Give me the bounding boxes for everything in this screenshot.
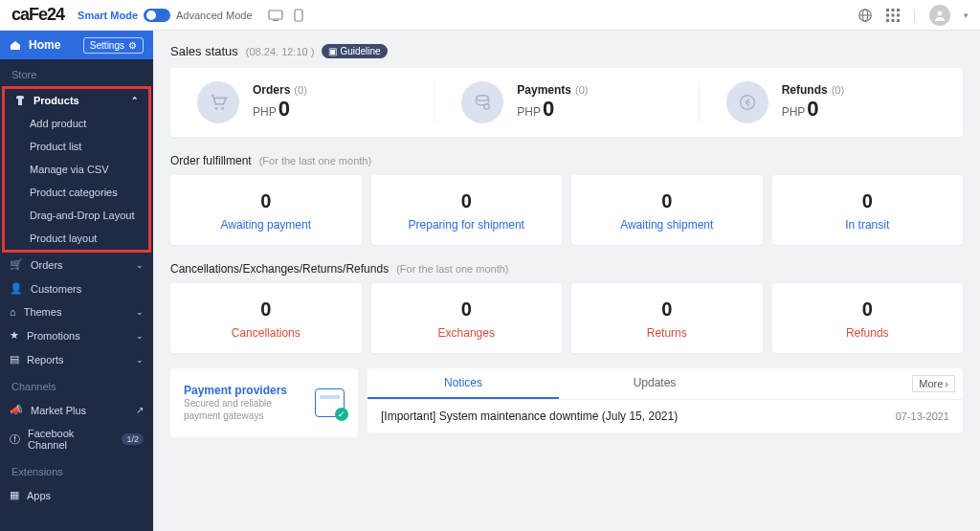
payment-providers-title: Payment providers (184, 384, 305, 397)
sidebar-item-products[interactable]: Products⌃ (5, 89, 148, 112)
order-fulfillment-header: Order fulfillment(For the last one month… (170, 154, 963, 167)
person-icon: 👤 (10, 282, 23, 295)
refunds-grid: 0Cancellations 0Exchanges 0Returns 0Refu… (170, 283, 963, 353)
chevron-up-icon: ⌃ (131, 96, 139, 105)
apps-icon: ▦ (10, 489, 19, 501)
shirt-icon (14, 95, 26, 106)
mode-toggle[interactable] (144, 9, 170, 22)
cart-icon (197, 81, 239, 123)
smart-mode-label: Smart Mode (78, 10, 138, 21)
tab-notices[interactable]: Notices (368, 368, 559, 399)
sidebar-item-themes[interactable]: ⌂Themes⌄ (0, 300, 153, 323)
svg-point-17 (221, 107, 224, 110)
tile-awaiting-shipment[interactable]: 0Awaiting shipment (571, 175, 763, 245)
svg-point-15 (938, 11, 943, 15)
main-content: Sales status (08.24. 12:10 ) ▣Guideline … (153, 31, 980, 531)
svg-rect-11 (897, 13, 900, 16)
svg-rect-9 (886, 13, 889, 16)
svg-point-18 (477, 96, 489, 101)
notice-date: 07-13-2021 (896, 410, 949, 422)
megaphone-icon: 📣 (10, 404, 23, 416)
sidebar-item-promotions[interactable]: ★Promotions⌄ (0, 323, 153, 347)
tile-refunds[interactable]: 0Refunds (772, 283, 964, 353)
sidebar-item-reports[interactable]: ▤Reports⌄ (0, 347, 153, 371)
sales-timestamp: (08.24. 12:10 ) (246, 46, 315, 57)
sidebar-sub-product-categories[interactable]: Product categories (5, 181, 148, 204)
tab-updates[interactable]: Updates (559, 368, 750, 399)
tile-in-transit[interactable]: 0In transit (772, 175, 964, 245)
sidebar-item-apps[interactable]: ▦Apps (0, 483, 153, 507)
tile-preparing-shipment[interactable]: 0Preparing for shipment (371, 175, 563, 245)
stat-refunds[interactable]: Refunds(0)PHP0 (700, 81, 963, 123)
globe-icon[interactable] (858, 8, 873, 23)
stat-payments[interactable]: Payments(0)PHP0 (434, 81, 699, 123)
topbar: caFe24 Smart Mode Advanced Mode | ▾ (0, 0, 980, 31)
highlighted-products-group: Products⌃ Add product Product list Manag… (2, 86, 151, 253)
sales-status-title: Sales status (170, 44, 238, 58)
stat-orders[interactable]: Orders(0)PHP0 (170, 81, 434, 123)
home-icon: ⌂ (10, 306, 16, 318)
logo: caFe24 (11, 5, 64, 25)
tile-exchanges[interactable]: 0Exchanges (371, 283, 563, 353)
refund-icon (726, 81, 768, 123)
apps-grid-icon[interactable] (886, 9, 900, 22)
book-icon: ▣ (328, 46, 337, 56)
sidebar-item-customers[interactable]: 👤Customers (0, 277, 153, 300)
svg-point-16 (215, 107, 218, 110)
home-header[interactable]: Home Settings⚙ (0, 31, 153, 59)
sidebar: Home Settings⚙ Store Products⌃ Add produ… (0, 31, 153, 531)
svg-rect-12 (886, 19, 889, 22)
chart-icon: ▤ (10, 353, 19, 365)
desktop-icon[interactable] (268, 9, 283, 22)
card-icon: ✓ (315, 388, 345, 417)
notices-panel: Notices Updates More› [Important] System… (368, 368, 963, 432)
svg-rect-0 (269, 11, 282, 19)
svg-rect-2 (295, 10, 302, 21)
sidebar-item-orders[interactable]: 🛒Orders⌄ (0, 253, 153, 277)
section-channels: Channels (0, 371, 153, 398)
cart-icon: 🛒 (10, 258, 23, 271)
avatar[interactable] (929, 5, 950, 26)
refunds-header: Cancellations/Exchanges/Returns/Refunds(… (170, 262, 963, 276)
sidebar-sub-dragdrop-layout[interactable]: Drag-and-Drop Layout (5, 204, 148, 227)
chevron-down-icon: ⌄ (136, 331, 144, 341)
more-button[interactable]: More› (912, 375, 955, 392)
tile-cancellations[interactable]: 0Cancellations (170, 283, 362, 353)
facebook-badge: 1/2 (122, 433, 144, 445)
svg-rect-10 (891, 13, 894, 16)
payment-providers-subtitle: Secured and reliable payment gateways (184, 397, 305, 422)
home-icon (10, 39, 21, 51)
svg-rect-13 (891, 19, 894, 22)
notices-tabs: Notices Updates More› (368, 368, 963, 399)
svg-rect-8 (897, 9, 900, 11)
section-store: Store (0, 59, 153, 86)
tile-returns[interactable]: 0Returns (571, 283, 763, 353)
coins-icon (461, 81, 503, 123)
device-icons (268, 9, 306, 22)
sidebar-sub-manage-csv[interactable]: Manage via CSV (5, 158, 148, 181)
payment-providers-card[interactable]: Payment providers Secured and reliable p… (170, 368, 358, 437)
section-extensions: Extensions (0, 456, 153, 483)
chevron-down-icon: ⌄ (136, 355, 144, 365)
sidebar-sub-product-list[interactable]: Product list (5, 135, 148, 158)
settings-button[interactable]: Settings⚙ (83, 37, 144, 54)
notice-row[interactable]: [Important] System maintenance downtime … (368, 399, 963, 432)
tile-awaiting-payment[interactable]: 0Awaiting payment (170, 175, 362, 245)
guideline-badge[interactable]: ▣Guideline (322, 44, 387, 58)
notice-title: [Important] System maintenance downtime … (381, 409, 678, 423)
check-icon: ✓ (335, 408, 348, 421)
star-icon: ★ (10, 329, 19, 342)
chevron-down-icon[interactable]: ▾ (964, 11, 969, 20)
sidebar-sub-product-layout[interactable]: Product layout (5, 227, 148, 250)
home-label: Home (29, 38, 60, 52)
sidebar-item-marketplus[interactable]: 📣Market Plus↗ (0, 398, 153, 422)
facebook-icon: ⓕ (10, 432, 20, 447)
mobile-icon[interactable] (291, 9, 306, 22)
external-link-icon: ↗ (136, 405, 144, 415)
fulfillment-grid: 0Awaiting payment 0Preparing for shipmen… (170, 175, 963, 245)
svg-rect-14 (897, 19, 900, 22)
sidebar-item-facebook[interactable]: ⓕFacebook Channel1/2 (0, 422, 153, 456)
sales-status-header: Sales status (08.24. 12:10 ) ▣Guideline (170, 44, 963, 58)
sidebar-sub-add-product[interactable]: Add product (5, 112, 148, 135)
gear-icon: ⚙ (128, 40, 137, 51)
